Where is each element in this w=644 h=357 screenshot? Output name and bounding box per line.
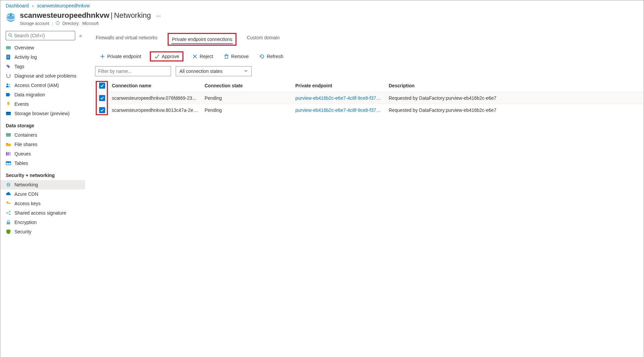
sidebar-item-label: Azure CDN xyxy=(14,191,38,197)
refresh-icon xyxy=(259,54,265,59)
sidebar-item-tables[interactable]: Tables xyxy=(0,159,85,168)
table-header-row: Connection name Connection state Private… xyxy=(95,80,644,92)
overview-icon xyxy=(6,45,11,50)
search-input[interactable] xyxy=(14,33,73,38)
sidebar-item-label: Access Control (IAM) xyxy=(14,83,59,88)
sidebar-item-sas[interactable]: Shared access signature xyxy=(0,208,85,218)
sidebar-item-azure-cdn[interactable]: Azure CDN xyxy=(0,189,85,199)
sidebar-item-tags[interactable]: Tags xyxy=(0,62,85,71)
cell-description: Requested by DataFactory:purview-eb416b2… xyxy=(386,107,644,113)
sidebar-item-diagnose[interactable]: Diagnose and solve problems xyxy=(0,71,85,81)
table-row[interactable]: scanwesteuropeedhnkvw.076fd869-2392-4...… xyxy=(95,92,644,104)
subheader-pipe: | xyxy=(52,21,53,26)
connection-state-dropdown[interactable]: All connection states xyxy=(176,66,252,76)
breadcrumb-root[interactable]: Dashboard xyxy=(6,3,29,8)
refresh-button[interactable]: Refresh xyxy=(257,52,285,60)
sidebar-item-security[interactable]: Security xyxy=(0,227,85,236)
sidebar-item-iam[interactable]: Access Control (IAM) xyxy=(0,81,85,90)
tables-icon xyxy=(6,161,11,166)
select-all-checkbox[interactable] xyxy=(99,83,105,89)
col-private-endpoint[interactable]: Private endpoint xyxy=(293,83,386,88)
sidebar-item-networking[interactable]: Networking xyxy=(0,180,85,189)
section-name: Networking xyxy=(114,11,151,20)
reject-button[interactable]: Reject xyxy=(190,52,215,60)
remove-button[interactable]: Remove xyxy=(222,52,251,60)
storage-browser-icon xyxy=(6,111,11,116)
sidebar-item-file-shares[interactable]: File shares xyxy=(0,140,85,149)
title-pipe: | xyxy=(111,11,113,20)
directory-value: Microsoft xyxy=(82,21,99,26)
sidebar-item-label: Networking xyxy=(14,182,38,187)
connections-table: Connection name Connection state Private… xyxy=(95,80,644,116)
sidebar-item-access-keys[interactable]: Access keys xyxy=(0,199,85,208)
sidebar-item-label: Encryption xyxy=(14,220,37,225)
highlight-private-tab: Private endpoint connections xyxy=(168,33,237,46)
check-icon xyxy=(154,54,160,59)
networking-icon xyxy=(6,182,11,187)
sidebar-search[interactable] xyxy=(6,31,75,40)
row-checkbox[interactable] xyxy=(99,107,105,113)
sidebar-item-queues[interactable]: Queues xyxy=(0,149,85,159)
x-icon xyxy=(192,54,198,59)
trash-icon xyxy=(224,54,229,59)
col-connection-name[interactable]: Connection name xyxy=(109,83,202,88)
sidebar-item-label: Storage browser (preview) xyxy=(14,111,70,116)
sidebar-section-security: Security + networking xyxy=(0,168,85,180)
sidebar-item-label: Access keys xyxy=(14,201,41,206)
main-content: Firewalls and virtual networks Private e… xyxy=(85,30,644,357)
svg-point-14 xyxy=(9,84,10,85)
svg-rect-19 xyxy=(6,133,11,134)
sidebar-item-label: Overview xyxy=(14,45,34,50)
cell-connection-state: Pending xyxy=(202,95,293,101)
diagnose-icon xyxy=(6,73,11,79)
row-checkbox[interactable] xyxy=(99,95,105,101)
filter-by-name-input[interactable] xyxy=(95,66,171,76)
security-icon xyxy=(6,229,11,234)
sidebar-item-label: Shared access signature xyxy=(14,210,66,216)
svg-rect-7 xyxy=(6,55,10,59)
svg-line-37 xyxy=(8,212,9,213)
sidebar-item-label: Activity log xyxy=(14,54,37,60)
tab-private-endpoint[interactable]: Private endpoint connections xyxy=(171,35,233,44)
approve-button[interactable]: Approve xyxy=(152,52,181,60)
info-icon[interactable]: ⓘ xyxy=(56,20,60,26)
sidebar-item-overview[interactable]: Overview xyxy=(0,43,85,52)
access-keys-icon xyxy=(6,201,11,206)
cell-connection-name: scanwesteuropeedhnkvw.076fd869-2392-4... xyxy=(109,95,202,101)
sidebar-item-encryption[interactable]: Encryption xyxy=(0,218,85,227)
cell-connection-state: Pending xyxy=(202,107,293,113)
svg-rect-23 xyxy=(9,152,11,155)
plus-icon xyxy=(100,54,105,59)
cell-private-endpoint-link[interactable]: purview-eb416b2c-e6e7-4c8f-9ce8-f37381..… xyxy=(293,107,386,113)
sidebar-item-storage-browser[interactable]: Storage browser (preview) xyxy=(0,109,85,118)
sidebar-item-label: Diagnose and solve problems xyxy=(14,73,76,79)
collapse-sidebar-icon[interactable]: « xyxy=(78,32,83,40)
breadcrumb-current[interactable]: scanwesteuropeedhnkvw xyxy=(37,3,90,8)
sidebar-item-activity-log[interactable]: Activity log xyxy=(0,52,85,62)
sidebar-item-events[interactable]: Events xyxy=(0,99,85,109)
toolbar-label: Refresh xyxy=(267,54,283,59)
sidebar-item-containers[interactable]: Containers xyxy=(0,130,85,140)
resource-name: scanwesteuropeedhnkvw xyxy=(20,11,110,20)
resource-type: Storage account xyxy=(20,21,49,26)
tab-firewalls[interactable]: Firewalls and virtual networks xyxy=(95,33,158,46)
cell-private-endpoint-link[interactable]: purview-eb416b2c-e6e7-4c8f-9ce8-f37381..… xyxy=(293,95,386,101)
sidebar-item-data-migration[interactable]: Data migration xyxy=(0,90,85,99)
table-row[interactable]: scanwesteuropeedhnkvw.8013c47a-2e34-4...… xyxy=(95,104,644,116)
page-title: scanwesteuropeedhnkvw | Networking ⋯ xyxy=(20,11,162,20)
sidebar-item-label: Security xyxy=(14,229,32,234)
more-icon[interactable]: ⋯ xyxy=(156,13,162,19)
add-private-endpoint-button[interactable]: Private endpoint xyxy=(98,52,143,60)
page-header: scanwesteuropeedhnkvw | Networking ⋯ Sto… xyxy=(0,10,644,30)
col-description[interactable]: Description xyxy=(386,83,644,88)
toolbar: Private endpoint Approve Reject xyxy=(95,46,644,66)
svg-rect-18 xyxy=(6,134,11,137)
col-connection-state[interactable]: Connection state xyxy=(202,83,293,88)
tab-custom-domain[interactable]: Custom domain xyxy=(246,33,280,46)
svg-line-38 xyxy=(8,213,9,214)
sas-icon xyxy=(6,210,11,216)
storage-account-icon xyxy=(6,12,16,23)
svg-rect-39 xyxy=(7,222,10,224)
sidebar-section-data-storage: Data storage xyxy=(0,118,85,130)
sidebar-item-label: Queues xyxy=(14,151,31,157)
